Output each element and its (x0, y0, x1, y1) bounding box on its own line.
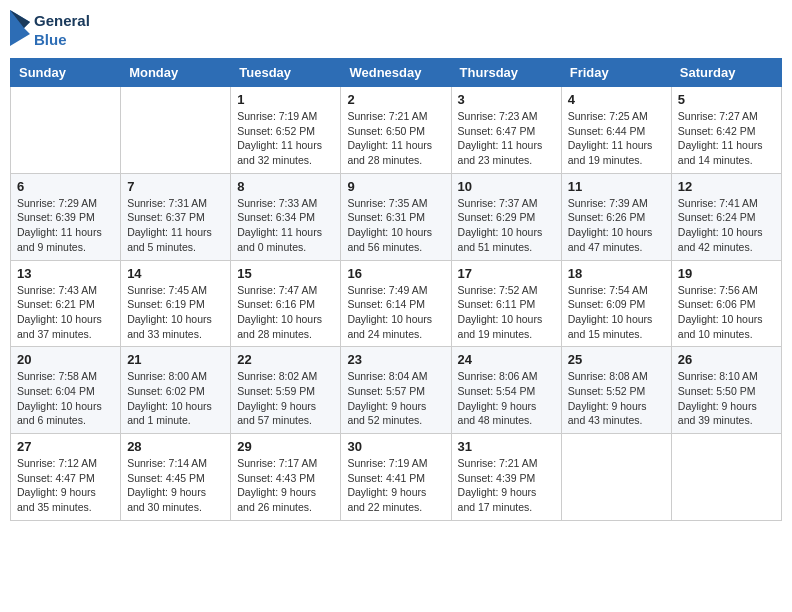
day-number: 11 (568, 179, 665, 194)
calendar-cell: 22Sunrise: 8:02 AM Sunset: 5:59 PM Dayli… (231, 347, 341, 434)
day-number: 23 (347, 352, 444, 367)
cell-sun-info: Sunrise: 7:23 AM Sunset: 6:47 PM Dayligh… (458, 109, 555, 168)
calendar-cell (121, 87, 231, 174)
cell-sun-info: Sunrise: 7:39 AM Sunset: 6:26 PM Dayligh… (568, 196, 665, 255)
logo-line2: Blue (34, 30, 90, 50)
cell-sun-info: Sunrise: 8:00 AM Sunset: 6:02 PM Dayligh… (127, 369, 224, 428)
calendar-cell: 1Sunrise: 7:19 AM Sunset: 6:52 PM Daylig… (231, 87, 341, 174)
calendar-cell: 28Sunrise: 7:14 AM Sunset: 4:45 PM Dayli… (121, 434, 231, 521)
cell-sun-info: Sunrise: 7:45 AM Sunset: 6:19 PM Dayligh… (127, 283, 224, 342)
day-number: 18 (568, 266, 665, 281)
calendar-cell: 7Sunrise: 7:31 AM Sunset: 6:37 PM Daylig… (121, 173, 231, 260)
logo-text: General Blue (34, 11, 90, 50)
calendar-week-row: 13Sunrise: 7:43 AM Sunset: 6:21 PM Dayli… (11, 260, 782, 347)
calendar-cell: 3Sunrise: 7:23 AM Sunset: 6:47 PM Daylig… (451, 87, 561, 174)
weekday-header-monday: Monday (121, 59, 231, 87)
cell-sun-info: Sunrise: 7:35 AM Sunset: 6:31 PM Dayligh… (347, 196, 444, 255)
day-number: 29 (237, 439, 334, 454)
cell-sun-info: Sunrise: 7:56 AM Sunset: 6:06 PM Dayligh… (678, 283, 775, 342)
weekday-header-friday: Friday (561, 59, 671, 87)
calendar-week-row: 20Sunrise: 7:58 AM Sunset: 6:04 PM Dayli… (11, 347, 782, 434)
calendar-cell: 21Sunrise: 8:00 AM Sunset: 6:02 PM Dayli… (121, 347, 231, 434)
cell-sun-info: Sunrise: 7:29 AM Sunset: 6:39 PM Dayligh… (17, 196, 114, 255)
logo: General Blue (10, 10, 90, 50)
day-number: 31 (458, 439, 555, 454)
day-number: 3 (458, 92, 555, 107)
day-number: 16 (347, 266, 444, 281)
cell-sun-info: Sunrise: 7:52 AM Sunset: 6:11 PM Dayligh… (458, 283, 555, 342)
svg-marker-0 (10, 10, 30, 46)
cell-sun-info: Sunrise: 7:54 AM Sunset: 6:09 PM Dayligh… (568, 283, 665, 342)
cell-sun-info: Sunrise: 7:19 AM Sunset: 4:41 PM Dayligh… (347, 456, 444, 515)
day-number: 14 (127, 266, 224, 281)
day-number: 20 (17, 352, 114, 367)
day-number: 15 (237, 266, 334, 281)
day-number: 9 (347, 179, 444, 194)
day-number: 13 (17, 266, 114, 281)
calendar-cell: 8Sunrise: 7:33 AM Sunset: 6:34 PM Daylig… (231, 173, 341, 260)
calendar-cell: 27Sunrise: 7:12 AM Sunset: 4:47 PM Dayli… (11, 434, 121, 521)
calendar-cell: 25Sunrise: 8:08 AM Sunset: 5:52 PM Dayli… (561, 347, 671, 434)
weekday-header-thursday: Thursday (451, 59, 561, 87)
cell-sun-info: Sunrise: 7:14 AM Sunset: 4:45 PM Dayligh… (127, 456, 224, 515)
calendar-cell: 17Sunrise: 7:52 AM Sunset: 6:11 PM Dayli… (451, 260, 561, 347)
cell-sun-info: Sunrise: 7:27 AM Sunset: 6:42 PM Dayligh… (678, 109, 775, 168)
calendar-cell: 29Sunrise: 7:17 AM Sunset: 4:43 PM Dayli… (231, 434, 341, 521)
day-number: 24 (458, 352, 555, 367)
calendar-cell: 23Sunrise: 8:04 AM Sunset: 5:57 PM Dayli… (341, 347, 451, 434)
cell-sun-info: Sunrise: 7:17 AM Sunset: 4:43 PM Dayligh… (237, 456, 334, 515)
cell-sun-info: Sunrise: 7:37 AM Sunset: 6:29 PM Dayligh… (458, 196, 555, 255)
calendar-week-row: 27Sunrise: 7:12 AM Sunset: 4:47 PM Dayli… (11, 434, 782, 521)
calendar-cell: 24Sunrise: 8:06 AM Sunset: 5:54 PM Dayli… (451, 347, 561, 434)
cell-sun-info: Sunrise: 7:12 AM Sunset: 4:47 PM Dayligh… (17, 456, 114, 515)
calendar-cell: 20Sunrise: 7:58 AM Sunset: 6:04 PM Dayli… (11, 347, 121, 434)
cell-sun-info: Sunrise: 7:21 AM Sunset: 6:50 PM Dayligh… (347, 109, 444, 168)
day-number: 22 (237, 352, 334, 367)
calendar-cell (561, 434, 671, 521)
calendar-week-row: 1Sunrise: 7:19 AM Sunset: 6:52 PM Daylig… (11, 87, 782, 174)
cell-sun-info: Sunrise: 8:02 AM Sunset: 5:59 PM Dayligh… (237, 369, 334, 428)
day-number: 21 (127, 352, 224, 367)
calendar-cell: 16Sunrise: 7:49 AM Sunset: 6:14 PM Dayli… (341, 260, 451, 347)
day-number: 4 (568, 92, 665, 107)
calendar-cell: 9Sunrise: 7:35 AM Sunset: 6:31 PM Daylig… (341, 173, 451, 260)
day-number: 1 (237, 92, 334, 107)
calendar-cell: 31Sunrise: 7:21 AM Sunset: 4:39 PM Dayli… (451, 434, 561, 521)
calendar-cell: 11Sunrise: 7:39 AM Sunset: 6:26 PM Dayli… (561, 173, 671, 260)
day-number: 6 (17, 179, 114, 194)
calendar-cell: 6Sunrise: 7:29 AM Sunset: 6:39 PM Daylig… (11, 173, 121, 260)
calendar-week-row: 6Sunrise: 7:29 AM Sunset: 6:39 PM Daylig… (11, 173, 782, 260)
calendar-cell (671, 434, 781, 521)
weekday-header-tuesday: Tuesday (231, 59, 341, 87)
day-number: 2 (347, 92, 444, 107)
day-number: 27 (17, 439, 114, 454)
calendar-cell: 30Sunrise: 7:19 AM Sunset: 4:41 PM Dayli… (341, 434, 451, 521)
calendar-cell: 5Sunrise: 7:27 AM Sunset: 6:42 PM Daylig… (671, 87, 781, 174)
cell-sun-info: Sunrise: 7:49 AM Sunset: 6:14 PM Dayligh… (347, 283, 444, 342)
weekday-header-saturday: Saturday (671, 59, 781, 87)
weekday-header-sunday: Sunday (11, 59, 121, 87)
day-number: 28 (127, 439, 224, 454)
logo-icon (10, 10, 30, 50)
calendar-cell: 15Sunrise: 7:47 AM Sunset: 6:16 PM Dayli… (231, 260, 341, 347)
day-number: 25 (568, 352, 665, 367)
day-number: 5 (678, 92, 775, 107)
day-number: 12 (678, 179, 775, 194)
cell-sun-info: Sunrise: 7:25 AM Sunset: 6:44 PM Dayligh… (568, 109, 665, 168)
calendar-cell: 14Sunrise: 7:45 AM Sunset: 6:19 PM Dayli… (121, 260, 231, 347)
cell-sun-info: Sunrise: 7:33 AM Sunset: 6:34 PM Dayligh… (237, 196, 334, 255)
cell-sun-info: Sunrise: 8:10 AM Sunset: 5:50 PM Dayligh… (678, 369, 775, 428)
weekday-header-wednesday: Wednesday (341, 59, 451, 87)
cell-sun-info: Sunrise: 7:58 AM Sunset: 6:04 PM Dayligh… (17, 369, 114, 428)
cell-sun-info: Sunrise: 7:21 AM Sunset: 4:39 PM Dayligh… (458, 456, 555, 515)
cell-sun-info: Sunrise: 7:19 AM Sunset: 6:52 PM Dayligh… (237, 109, 334, 168)
calendar-cell: 19Sunrise: 7:56 AM Sunset: 6:06 PM Dayli… (671, 260, 781, 347)
cell-sun-info: Sunrise: 7:47 AM Sunset: 6:16 PM Dayligh… (237, 283, 334, 342)
day-number: 7 (127, 179, 224, 194)
calendar-cell (11, 87, 121, 174)
cell-sun-info: Sunrise: 7:43 AM Sunset: 6:21 PM Dayligh… (17, 283, 114, 342)
cell-sun-info: Sunrise: 7:31 AM Sunset: 6:37 PM Dayligh… (127, 196, 224, 255)
day-number: 30 (347, 439, 444, 454)
calendar-cell: 18Sunrise: 7:54 AM Sunset: 6:09 PM Dayli… (561, 260, 671, 347)
day-number: 17 (458, 266, 555, 281)
